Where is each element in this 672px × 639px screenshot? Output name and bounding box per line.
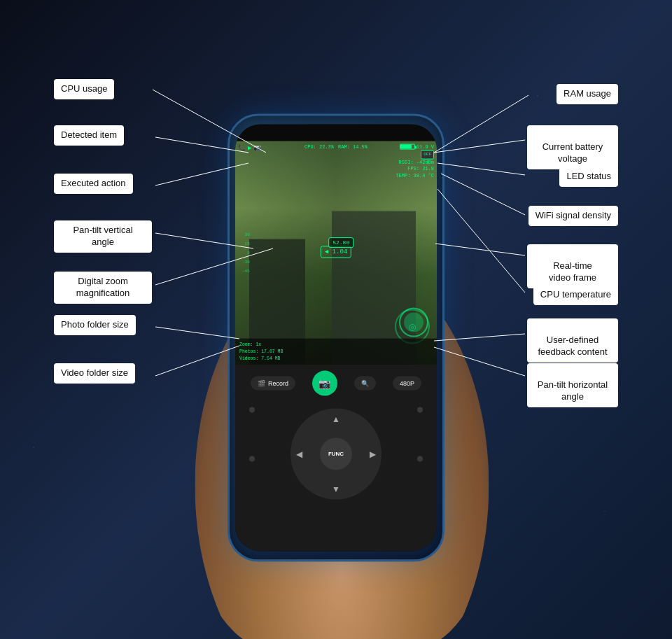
func-button[interactable]: FUNC xyxy=(320,437,352,470)
dpad-up[interactable]: ▲ xyxy=(332,414,340,423)
svg-line-3 xyxy=(434,140,525,153)
videos-text: Videos: 7.54 MB xyxy=(239,355,433,362)
altitude-value: 52.80 xyxy=(332,239,349,246)
dpad-right[interactable]: ▶ xyxy=(370,449,376,458)
cpu-usage-label: CPU usage xyxy=(54,79,114,99)
temp-value: TEMP: 38.4 °C xyxy=(396,173,434,180)
zoom-text: Zoom: 1x xyxy=(239,342,433,349)
photos-text: Photos: 17.87 MB xyxy=(239,349,433,356)
detected-item-label: Detected item xyxy=(54,125,124,146)
battery-voltage: 11.9 V xyxy=(416,143,434,150)
zoom-value: 1.04 xyxy=(332,248,348,255)
dpad[interactable]: FUNC ▲ ▼ ◀ ▶ xyxy=(290,408,382,499)
dpad-left[interactable]: ◀ xyxy=(296,449,302,458)
svg-line-10 xyxy=(155,327,239,339)
resolution-label: 480P xyxy=(400,379,414,386)
svg-line-9 xyxy=(435,244,525,255)
phone-screen[interactable]: 📞 ▶ 📷 CPU: 22.3% RAM: 14.5% xyxy=(235,124,437,551)
realtime-video-label: Real-timevideo frame xyxy=(527,244,618,288)
photo-button[interactable]: 📷 xyxy=(312,370,337,395)
record-circle-hud[interactable] xyxy=(399,307,428,337)
dpad-ring: FUNC ▲ ▼ ◀ ▶ xyxy=(290,408,382,499)
led-off-badge: OFF xyxy=(421,150,434,159)
battery-indicator: 11.9 V xyxy=(400,143,434,150)
wifi-signal-label: WiFi signal density xyxy=(528,206,618,226)
svg-line-5 xyxy=(438,163,525,175)
record-icon: 🎬 xyxy=(258,379,265,386)
cpu-temperature-label: CPU temperature xyxy=(533,285,618,305)
battery-bar xyxy=(400,144,415,150)
battery-fill xyxy=(400,145,412,149)
hud-overlay: 📞 ▶ 📷 CPU: 22.3% RAM: 14.5% xyxy=(235,141,437,365)
func-label: FUNC xyxy=(328,451,344,457)
fps-value: FPS: 31.8 xyxy=(407,166,434,173)
camera-shutter-icon: 📷 xyxy=(318,377,330,388)
record-label: Record xyxy=(268,379,288,386)
record-circle-inner xyxy=(404,312,424,332)
phone-notch xyxy=(308,124,364,138)
svg-line-1 xyxy=(434,95,528,153)
svg-line-11 xyxy=(438,189,525,293)
phone-body: 📞 ▶ 📷 CPU: 22.3% RAM: 14.5% xyxy=(227,113,444,561)
cpu-value: CPU: 22.3% xyxy=(304,143,334,149)
executed-action-label: Executed action xyxy=(54,174,133,194)
phone-device: 📞 ▶ 📷 CPU: 22.3% RAM: 14.5% xyxy=(227,113,444,561)
altitude-indicator: 52.80 xyxy=(328,237,354,248)
ram-usage-label: RAM usage xyxy=(556,84,618,104)
pan-tilt-vertical-label: Pan-tilt verticalangle xyxy=(54,220,152,253)
current-battery-label: Current batteryvoltage xyxy=(527,125,618,169)
zoom-button[interactable]: 🔍 xyxy=(354,376,376,390)
user-feedback-label: User-definedfeedback content xyxy=(527,318,618,363)
zoom-arrow: ◀ xyxy=(325,248,328,255)
rssi-value: RSSI: -42dBm xyxy=(399,159,434,166)
hud-top-right: 11.9 V OFF RSSI: -42dBm FPS: 31.8 TEMP: … xyxy=(396,143,434,180)
toolbar: 🎬 Record 📷 🔍 480P xyxy=(235,365,437,401)
pan-tilt-horizontal-label: Pan-tilt horizontalangle xyxy=(527,363,618,407)
digital-zoom-label: Digital zoommagnification xyxy=(54,272,152,304)
side-dot-left xyxy=(249,407,255,412)
side-dot-left-2 xyxy=(249,456,255,461)
resolution-button[interactable]: 480P xyxy=(393,376,421,390)
side-dot-right xyxy=(417,407,423,412)
vertical-scale: 30 15 0 -30 -45 xyxy=(242,232,250,274)
photo-folder-label: Photo folder size xyxy=(54,315,136,335)
svg-line-7 xyxy=(441,174,525,215)
ram-value: RAM: 14.5% xyxy=(338,143,368,149)
led-status-label: LED status xyxy=(559,167,618,187)
side-dot-right-2 xyxy=(417,456,423,461)
record-button[interactable]: 🎬 Record xyxy=(251,376,295,390)
info-strip: Zoom: 1x Photos: 17.87 MB Videos: 7.54 M… xyxy=(235,339,437,365)
video-folder-label: Video folder size xyxy=(54,363,135,384)
dpad-down[interactable]: ▼ xyxy=(332,484,340,493)
led-off-text: OFF xyxy=(424,152,431,157)
zoom-icon: 🔍 xyxy=(361,379,369,386)
camera-view[interactable]: 📞 ▶ 📷 CPU: 22.3% RAM: 14.5% xyxy=(235,141,437,365)
control-panel: 🎬 Record 📷 🔍 480P xyxy=(235,365,437,551)
